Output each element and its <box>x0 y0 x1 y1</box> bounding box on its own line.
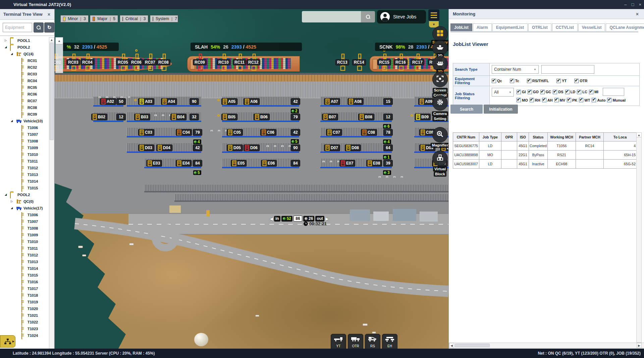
tree-item-t1013[interactable]: T1013 <box>0 258 49 265</box>
checkbox-otr[interactable]: OTR <box>574 79 587 83</box>
tree-item-t1014[interactable]: T1014 <box>0 178 49 185</box>
checkbox-tc[interactable]: Tc <box>510 79 519 83</box>
yard-block-b02[interactable]: B02 <box>91 114 107 120</box>
tree-item-t1010[interactable]: T1010 <box>0 151 49 158</box>
tree-item-rc05[interactable]: RC05 <box>0 84 49 91</box>
checkbox-rh[interactable]: RH <box>530 98 540 102</box>
tree-item-t1011[interactable]: T1011 <box>0 158 49 165</box>
tree-item-t1017[interactable]: T1017 <box>0 285 49 292</box>
yard-block-c05[interactable]: C05 <box>227 129 243 136</box>
tab-otrlist[interactable]: OTRList <box>528 23 551 31</box>
yard-block-d06[interactable]: D06 <box>244 144 260 151</box>
tree-item-t1007[interactable]: T1007 <box>0 131 49 138</box>
tree-item-t1011[interactable]: T1011 <box>0 245 49 252</box>
job-status-extra-input[interactable] <box>603 88 624 96</box>
quay-crane-rc08[interactable]: RC08 <box>161 54 167 72</box>
yard-block-a03[interactable]: A03 <box>138 98 154 105</box>
tree-item-t1007[interactable]: T1007 <box>0 218 49 225</box>
quay-crane-rc06[interactable]: RC06 <box>134 54 140 72</box>
tree-item-t1009[interactable]: T1009 <box>0 232 49 238</box>
yard-block-b09[interactable]: B09 <box>415 114 431 120</box>
tree-item-rc06[interactable]: RC06 <box>0 91 49 98</box>
search-button[interactable]: Search <box>450 105 483 114</box>
maximize-button[interactable]: □ <box>632 2 634 7</box>
table-vertical-scrollbar[interactable] <box>636 132 642 343</box>
yard-block-d08[interactable]: D08 <box>345 144 361 151</box>
yard-block-d04[interactable]: D04 <box>156 144 172 151</box>
map-search-input[interactable] <box>302 11 361 22</box>
tab-vessellist[interactable]: VesselList <box>578 23 605 31</box>
toolbar-rs-button[interactable]: RS <box>365 334 380 349</box>
yard-block-d05[interactable]: D05 <box>227 144 243 151</box>
yard-block-a08[interactable]: A08 <box>347 98 364 105</box>
tool-virtual-block-button[interactable] <box>432 151 448 166</box>
tree-item-rc02[interactable]: RC02 <box>0 64 49 71</box>
tool-screen-control-button[interactable] <box>432 72 448 87</box>
tree-item-rc08[interactable]: RC08 <box>0 104 49 111</box>
network-tree-toggle-button[interactable]: ▶ <box>0 335 15 348</box>
tree-item-vehicle10[interactable]: ◢Vehicle(10) <box>0 118 49 124</box>
quay-crane-rc11[interactable]: RC11 <box>237 54 243 72</box>
tab-cctvlist[interactable]: CCTVList <box>552 23 578 31</box>
gate-left-arrow[interactable]: ◀ <box>270 216 273 221</box>
tree-item-rc09[interactable]: RC09 <box>0 111 49 118</box>
yard-block-e03[interactable]: E03 <box>146 160 162 167</box>
tree-item-t1010[interactable]: T1010 <box>0 238 49 245</box>
monitoring-close-icon[interactable]: × <box>636 11 639 17</box>
quay-crane-rc13[interactable]: RC13 <box>340 54 345 72</box>
alarm-filter-minor[interactable]: Minor|3 <box>60 15 89 22</box>
tree-scrollbar-thumb[interactable] <box>50 43 54 140</box>
tree-item-t1008[interactable]: T1008 <box>0 225 49 232</box>
tool-summay-button[interactable] <box>432 26 448 42</box>
yard-block-a04[interactable]: A04 <box>161 98 177 105</box>
user-menu[interactable]: Steve Jobs <box>377 10 426 23</box>
tree-item-pool2[interactable]: ◢POOL2 <box>0 191 49 198</box>
expanded-arrow-icon[interactable]: ◢ <box>11 206 13 210</box>
tree-item-t1020[interactable]: T1020 <box>0 305 49 312</box>
tree-item-qc0[interactable]: ▷QC(0) <box>0 198 49 205</box>
checkbox-checked-icon[interactable] <box>556 79 561 83</box>
yard-block-a09[interactable]: A09 <box>418 98 434 105</box>
table-scroll-up-button[interactable]: ▲ <box>636 132 642 137</box>
tool-camera-setting-button[interactable] <box>432 95 448 111</box>
collapsed-arrow-icon[interactable]: ▷ <box>11 200 13 203</box>
tree-item-pool2[interactable]: ◢POOL2 <box>0 44 49 51</box>
job-status-select[interactable]: All▼ <box>492 88 514 97</box>
search-type-input[interactable] <box>541 65 594 74</box>
checkbox-checked-icon[interactable] <box>510 79 514 83</box>
yard-block-b07[interactable]: B07 <box>322 114 338 120</box>
checkbox-auto[interactable]: Auto <box>592 98 605 102</box>
tree-search-input[interactable] <box>3 23 32 32</box>
tool-magnifier-button[interactable] <box>432 127 448 142</box>
checkbox-rs-th-fl[interactable]: RS/TH/FL <box>527 79 549 83</box>
tree-item-t1021[interactable]: T1021 <box>0 312 49 319</box>
alarm-filter-critical[interactable]: Critical|3 <box>120 15 148 22</box>
toolbar-otr-button[interactable]: OTR <box>348 334 363 349</box>
tree-item-vehicle17[interactable]: ◢Vehicle(17) <box>0 205 49 212</box>
checkbox-checked-icon[interactable] <box>592 98 596 102</box>
tree-item-pool1[interactable]: ▷POOL1 <box>0 37 49 44</box>
yard-block-e06[interactable]: E06 <box>261 160 277 167</box>
tree-item-t1013[interactable]: T1013 <box>0 171 49 178</box>
checkbox-mi[interactable]: MI <box>589 90 598 94</box>
checkbox-ds[interactable]: DS <box>553 90 563 94</box>
quay-crane-rc05[interactable]: RC05 <box>121 54 126 72</box>
yard-block-e05[interactable]: E05 <box>231 160 247 167</box>
yard-block-b08[interactable]: B08 <box>358 114 374 120</box>
map-scroll-up-button[interactable]: ▲ <box>55 37 63 44</box>
checkbox-ah[interactable]: AH <box>542 98 553 102</box>
checkbox-ld[interactable]: LD <box>565 90 576 94</box>
tree-panel-close-icon[interactable]: × <box>48 12 50 17</box>
tree-item-t1009[interactable]: T1009 <box>0 144 49 151</box>
quay-crane-rc17[interactable]: RC17 <box>415 54 421 72</box>
collapsed-arrow-icon[interactable]: ▷ <box>5 39 7 42</box>
tree-search-button[interactable] <box>34 22 44 33</box>
quay-crane-rc14[interactable]: RC14 <box>357 54 362 72</box>
checkbox-checked-icon[interactable] <box>517 98 521 102</box>
tree-item-qc4[interactable]: ◢QC(4) <box>0 51 49 57</box>
yard-block-e08[interactable]: E08 <box>366 160 382 167</box>
checkbox-lc[interactable]: LC <box>577 90 587 94</box>
quay-crane-rc07[interactable]: RC07 <box>148 54 153 72</box>
checkbox-checked-icon[interactable] <box>565 90 570 94</box>
checkbox-checked-icon[interactable] <box>589 90 593 94</box>
